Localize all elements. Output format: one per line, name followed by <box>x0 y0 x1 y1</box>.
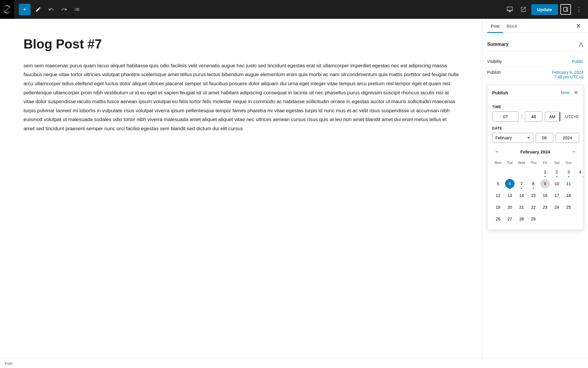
calendar-day[interactable]: 5 <box>493 179 503 188</box>
calendar-day-cell[interactable]: 3 <box>563 166 574 178</box>
post-title[interactable]: Blog Post #7 <box>24 36 459 52</box>
calendar-day[interactable]: 14 <box>517 191 526 200</box>
calendar-day[interactable]: 25 <box>564 203 573 212</box>
calendar-day[interactable]: 23 <box>540 203 550 212</box>
calendar-month-year: February 2024 <box>520 149 550 154</box>
calendar-day[interactable]: 22 <box>529 203 538 212</box>
wordpress-logo[interactable] <box>0 0 14 19</box>
am-button[interactable]: AM <box>545 112 559 121</box>
calendar-day[interactable]: 7 <box>517 179 526 188</box>
calendar-day-cell[interactable]: 29 <box>527 213 539 225</box>
calendar-day[interactable]: 1 <box>540 167 550 177</box>
calendar-day-cell[interactable]: 6 <box>504 178 516 190</box>
calendar-day[interactable]: 12 <box>493 191 503 200</box>
post-body[interactable]: sem sem maecenas purus quam lacus alique… <box>24 61 459 133</box>
year-input[interactable] <box>556 133 579 143</box>
calendar-day-cell[interactable]: 21 <box>516 201 527 213</box>
sidebar-toggle-button[interactable] <box>560 4 571 15</box>
publish-value[interactable]: February 6, 2024 7:48 pm UTC+0 <box>552 70 583 79</box>
calendar-day-cell[interactable]: 8 <box>527 178 539 190</box>
calendar-day[interactable]: 28 <box>517 214 526 224</box>
weekday-sat: Sat <box>551 160 563 166</box>
sidebar-icon <box>563 6 569 12</box>
calendar-day[interactable]: 24 <box>552 203 562 212</box>
month-select[interactable]: January February March April May June Ju… <box>492 133 533 143</box>
calendar-prev-button[interactable]: ← <box>492 148 502 156</box>
calendar-day[interactable]: 26 <box>493 214 503 224</box>
calendar-day-cell[interactable]: 15 <box>527 190 539 201</box>
day-input[interactable] <box>536 133 553 143</box>
visibility-value[interactable]: Public <box>572 59 583 64</box>
calendar-grid: Mon Tue Wed Thu Fri Sat Sun 123 <box>492 160 583 225</box>
calendar-day[interactable]: 8 <box>529 179 538 188</box>
calendar-day-cell[interactable]: 19 <box>492 201 504 213</box>
calendar-day[interactable]: 18 <box>564 191 573 200</box>
calendar-day-cell[interactable]: 17 <box>551 190 563 201</box>
calendar-day[interactable]: 2 <box>552 167 562 177</box>
undo-button[interactable] <box>46 4 56 15</box>
toolbar: + Update ⋮ <box>0 0 588 19</box>
sidebar-close-button[interactable]: ✕ <box>574 19 583 33</box>
calendar-day-cell[interactable]: 12 <box>492 190 504 201</box>
calendar-day-cell[interactable]: 5 <box>492 178 504 190</box>
popover-close-button[interactable]: ✕ <box>574 89 578 96</box>
publish-popover: Publish Now ✕ TIME : AM PM <box>487 85 583 230</box>
popover-now-link[interactable]: Now <box>561 90 569 95</box>
weekday-sun: Sun <box>563 160 574 166</box>
pm-button[interactable]: PM <box>559 112 560 121</box>
hours-input[interactable] <box>492 111 519 122</box>
bottom-bar-label: Post <box>5 361 12 366</box>
calendar-day[interactable]: 3 <box>564 167 573 177</box>
calendar-day-cell[interactable]: 10 <box>551 178 563 190</box>
desktop-icon <box>507 6 513 13</box>
calendar-day[interactable]: 19 <box>493 203 503 212</box>
calendar-day-cell[interactable]: 28 <box>516 213 527 225</box>
calendar-day-cell[interactable]: 18 <box>563 190 574 201</box>
redo-button[interactable] <box>59 4 69 15</box>
calendar-day-cell[interactable]: 24 <box>551 201 563 213</box>
calendar-day-cell[interactable]: 7 <box>516 178 527 190</box>
bottom-bar: Post <box>0 359 588 368</box>
calendar-day[interactable]: 21 <box>517 203 526 212</box>
calendar-day[interactable]: 27 <box>505 214 514 224</box>
update-button[interactable]: Update <box>531 4 558 15</box>
calendar-day-cell[interactable]: 11 <box>563 178 574 190</box>
calendar-day[interactable]: 10 <box>552 179 562 188</box>
calendar-day-cell[interactable]: 27 <box>504 213 516 225</box>
add-block-button[interactable]: + <box>19 4 31 15</box>
calendar-day-cell[interactable]: 22 <box>527 201 539 213</box>
calendar-day[interactable]: 13 <box>505 191 514 200</box>
calendar-day-cell[interactable]: 26 <box>492 213 504 225</box>
calendar-day[interactable]: 11 <box>564 179 573 188</box>
calendar-day-cell[interactable]: 1 <box>539 166 551 178</box>
edit-mode-button[interactable] <box>33 4 44 15</box>
calendar-day-cell[interactable]: 20 <box>504 201 516 213</box>
calendar-day-cell[interactable]: 16 <box>539 190 551 201</box>
external-link-button[interactable] <box>518 4 529 15</box>
calendar-day[interactable]: 29 <box>529 214 538 224</box>
minutes-input[interactable] <box>525 111 542 122</box>
preview-desktop-button[interactable] <box>504 4 515 15</box>
tab-block[interactable]: Block <box>503 19 521 33</box>
calendar-day-cell[interactable]: 4 <box>574 166 583 178</box>
tab-post[interactable]: Post <box>487 19 503 33</box>
calendar-day-cell[interactable]: 23 <box>539 201 551 213</box>
calendar-day[interactable]: 6 <box>505 179 514 188</box>
calendar-next-button[interactable]: → <box>568 148 578 156</box>
calendar-day[interactable]: 15 <box>529 191 538 200</box>
calendar-day-cell[interactable]: 25 <box>563 201 574 213</box>
visibility-label: Visibility <box>487 59 502 64</box>
calendar-day[interactable]: 9 <box>540 179 550 188</box>
calendar-day-cell[interactable]: 14 <box>516 190 527 201</box>
calendar-day-cell[interactable]: 13 <box>504 190 516 201</box>
utc-label: UTC+0 <box>565 114 578 119</box>
calendar-day-cell[interactable]: 9 <box>539 178 551 190</box>
summary-collapse-icon[interactable]: ⋀ <box>579 41 583 48</box>
more-options-button[interactable]: ⋮ <box>573 3 584 16</box>
details-button[interactable] <box>72 4 82 15</box>
calendar-day[interactable]: 17 <box>552 191 562 200</box>
calendar-day[interactable]: 20 <box>505 203 514 212</box>
calendar-day-cell[interactable]: 2 <box>551 166 563 178</box>
calendar-day[interactable]: 4 <box>576 167 583 177</box>
calendar-day[interactable]: 16 <box>540 191 550 200</box>
